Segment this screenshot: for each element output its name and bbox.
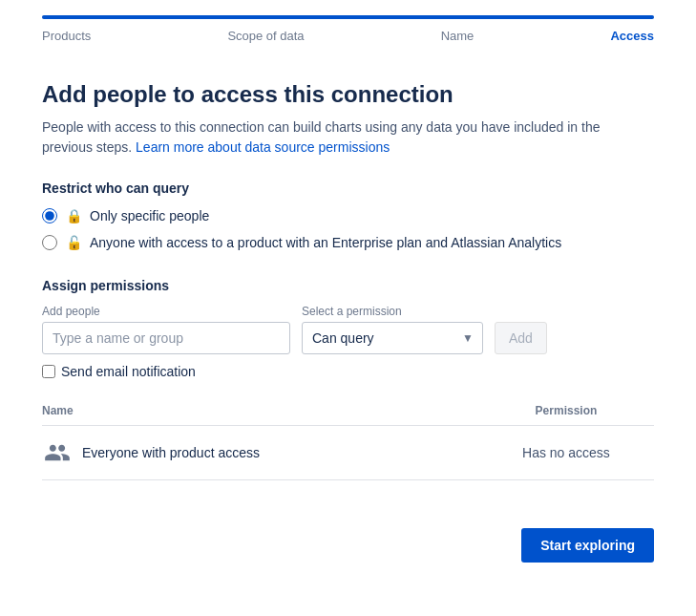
main-container: Add people to access this connection Peo… bbox=[0, 62, 696, 509]
progress-track bbox=[42, 15, 654, 19]
radio-specific-input[interactable] bbox=[42, 208, 57, 223]
step-products: Products bbox=[42, 29, 91, 43]
table-body: Everyone with product access Has no acce… bbox=[42, 426, 654, 480]
fields-row: Add people Select a permission Can query… bbox=[42, 305, 654, 354]
radio-specific-people[interactable]: 🔒 Only specific people bbox=[42, 207, 654, 224]
add-people-group: Add people bbox=[42, 305, 290, 354]
permission-select-group: Select a permission Can query Can edit A… bbox=[302, 305, 483, 354]
user-cell: Everyone with product access bbox=[42, 437, 478, 468]
radio-anyone-input[interactable] bbox=[42, 235, 57, 250]
assign-heading: Assign permissions bbox=[42, 278, 654, 293]
page-description: People with access to this connection ca… bbox=[42, 117, 654, 158]
radio-specific-label: Only specific people bbox=[90, 208, 209, 223]
permissions-table: Name Permission Everyone with product bbox=[42, 398, 654, 480]
email-notification-row: Send email notification bbox=[42, 364, 654, 379]
add-people-input[interactable] bbox=[42, 322, 290, 354]
table-cell-permission: Has no access bbox=[478, 426, 654, 480]
col-name-header: Name bbox=[42, 398, 478, 426]
radio-anyone[interactable]: 🔓 Anyone with access to a product with a… bbox=[42, 234, 654, 251]
permission-select-label: Select a permission bbox=[302, 305, 483, 318]
progress-section: Products Scope of data Name Access bbox=[0, 0, 696, 43]
radio-anyone-label: Anyone with access to a product with an … bbox=[90, 235, 561, 250]
learn-more-link[interactable]: Learn more about data source permissions bbox=[136, 139, 390, 155]
group-icon bbox=[42, 437, 73, 468]
progress-fill bbox=[42, 15, 654, 19]
add-people-label: Add people bbox=[42, 305, 290, 318]
user-name: Everyone with product access bbox=[82, 445, 260, 460]
restrict-heading: Restrict who can query bbox=[42, 181, 654, 196]
add-button[interactable]: Add bbox=[495, 322, 547, 354]
step-access: Access bbox=[610, 29, 654, 43]
page-title: Add people to access this connection bbox=[42, 81, 654, 108]
email-notification-label[interactable]: Send email notification bbox=[61, 364, 196, 379]
lock-red-icon: 🔒 bbox=[65, 207, 82, 224]
start-exploring-button[interactable]: Start exploring bbox=[521, 528, 654, 563]
lock-open-icon: 🔓 bbox=[65, 234, 82, 251]
table-cell-name: Everyone with product access bbox=[42, 426, 478, 480]
step-scope: Scope of data bbox=[227, 29, 304, 43]
select-wrapper: Can query Can edit Admin ▼ bbox=[302, 322, 483, 354]
email-notification-checkbox[interactable] bbox=[42, 365, 55, 378]
table-header-row: Name Permission bbox=[42, 398, 654, 426]
table-head: Name Permission bbox=[42, 398, 654, 426]
assign-section: Assign permissions Add people Select a p… bbox=[42, 278, 654, 480]
col-permission-header: Permission bbox=[478, 398, 654, 426]
bottom-bar: Start exploring bbox=[0, 509, 696, 563]
permission-select[interactable]: Can query Can edit Admin bbox=[302, 322, 483, 354]
steps-nav: Products Scope of data Name Access bbox=[42, 29, 654, 43]
table-row: Everyone with product access Has no acce… bbox=[42, 426, 654, 480]
step-name: Name bbox=[441, 29, 475, 43]
